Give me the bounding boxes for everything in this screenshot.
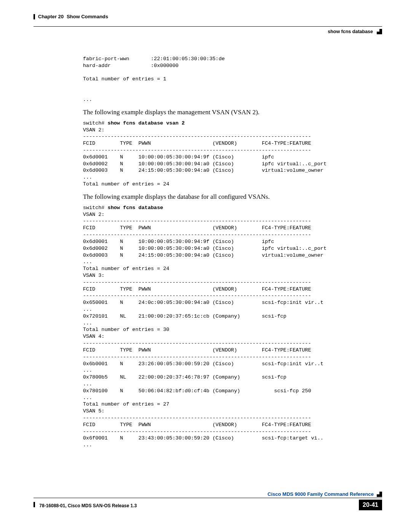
page-number: 20-41 [359,500,382,510]
section-header: show fcns database [33,29,382,34]
pre3-body: VSAN 2: --------------------------------… [83,212,327,448]
cmd2-bold: show fcns database vsan 2 [108,120,185,126]
footer-marker-icon [377,492,382,497]
header-marker-icon [377,29,382,34]
body-text-1: The following example displays the manag… [83,109,382,116]
pre2-body: VSAN 2: --------------------------------… [83,127,327,187]
footer-left: 78-16088-01, Cisco MDS SAN-OS Release 1.… [33,502,137,508]
chapter-number: Chapter 20 [38,14,64,19]
page-footer: Cisco MDS 9000 Family Command Reference … [33,491,382,510]
cmd3-bold: show fcns database [108,205,163,211]
header-rule [33,26,382,27]
footer-doc-title: Cisco MDS 9000 Family Command Reference [268,491,374,497]
main-content: fabric-port-wwn :22:01:00:05:30:00:35:de… [83,56,382,449]
code-block-1: fabric-port-wwn :22:01:00:05:30:00:35:de… [83,56,382,103]
footer-bar-icon [33,502,35,507]
code-block-2: switch# show fcns database vsan 2 VSAN 2… [83,120,382,188]
code-block-3: switch# show fcns database VSAN 2: -----… [83,204,382,449]
footer-release: 78-16088-01, Cisco MDS SAN-OS Release 1.… [39,503,137,508]
cmd3-prompt: switch# [83,205,108,211]
chapter-title: Show Commands [67,14,108,19]
body-text-2: The following example displays the datab… [83,193,382,201]
header-bar-icon [33,14,35,19]
cmd2-prompt: switch# [83,120,108,126]
chapter-header: Chapter 20 Show Commands [33,14,382,19]
section-title: show fcns database [328,29,373,34]
